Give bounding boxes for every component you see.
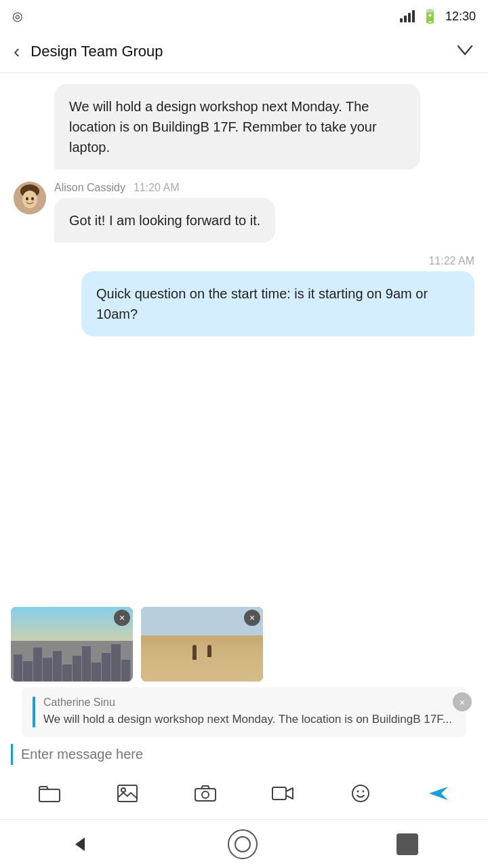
nav-back-button[interactable]: [70, 835, 89, 854]
svg-rect-6: [118, 785, 137, 802]
android-icon: ◎: [12, 9, 23, 24]
attachment-area: × ×: [0, 599, 488, 682]
message-bubble-sent: Quick question on the start time: is it …: [81, 271, 474, 336]
message-row: 11:22 AM Quick question on the start tim…: [14, 255, 474, 336]
header: ‹ Design Team Group: [0, 30, 488, 73]
attachment-thumb-city: ×: [11, 607, 133, 682]
message-row: We will hold a design workshop next Mond…: [14, 84, 474, 170]
chat-area: We will hold a design workshop next Mond…: [0, 73, 488, 599]
send-button[interactable]: [399, 776, 477, 811]
message-text: Quick question on the start time: is it …: [96, 286, 428, 321]
svg-point-12: [357, 791, 359, 793]
nav-bar: [0, 819, 488, 868]
back-button[interactable]: ‹: [14, 42, 20, 61]
message-text: We will hold a design workshop next Mond…: [69, 99, 377, 155]
folder-icon[interactable]: [11, 776, 89, 811]
svg-point-3: [26, 197, 28, 201]
svg-point-9: [202, 791, 209, 798]
reply-preview: Catherine Sinu We will hold a design wor…: [22, 687, 466, 737]
emoji-icon[interactable]: [322, 776, 400, 811]
svg-point-7: [121, 788, 125, 792]
camera-icon[interactable]: [166, 776, 244, 811]
svg-rect-5: [39, 789, 60, 802]
nav-home-button[interactable]: [228, 829, 258, 859]
message-row: Alison Cassidy 11:20 AM Got it! I am loo…: [14, 182, 474, 243]
message-bubble-received: Got it! I am looking forward to it.: [54, 198, 275, 243]
message-bubble-received: We will hold a design workshop next Mond…: [54, 84, 420, 170]
svg-rect-10: [272, 787, 286, 800]
reply-text: We will hold a design workshop next Mond…: [43, 711, 455, 728]
chevron-down-icon: [455, 43, 474, 57]
sender-name: Alison Cassidy: [54, 182, 125, 194]
attachment-thumb-beach: ×: [141, 607, 263, 682]
image-icon[interactable]: [89, 776, 167, 811]
nav-stop-button[interactable]: [396, 833, 418, 855]
svg-rect-8: [195, 789, 216, 801]
svg-marker-14: [75, 837, 85, 851]
reply-bar: [33, 696, 35, 728]
avatar-image: [14, 182, 46, 214]
svg-point-11: [352, 785, 369, 802]
reply-close-button[interactable]: ×: [453, 692, 472, 711]
signal-icon: [400, 10, 415, 22]
svg-point-4: [31, 197, 34, 201]
status-bar: ◎ 🔋 12:30: [0, 0, 488, 30]
message-time: 11:22 AM: [428, 255, 474, 267]
dropdown-button[interactable]: [455, 42, 474, 61]
message-time: 11:20 AM: [134, 182, 180, 194]
input-area: [0, 737, 488, 770]
battery-icon: 🔋: [422, 8, 439, 24]
status-time: 12:30: [445, 9, 476, 24]
svg-point-13: [363, 791, 365, 793]
message-input[interactable]: [11, 744, 477, 765]
toolbar: [0, 770, 488, 819]
reply-sender: Catherine Sinu: [43, 696, 455, 709]
page-title: Design Team Group: [30, 43, 455, 60]
video-icon[interactable]: [244, 776, 322, 811]
message-text: Got it! I am looking forward to it.: [69, 213, 260, 228]
avatar: [14, 182, 46, 214]
reply-content: Catherine Sinu We will hold a design wor…: [43, 696, 455, 728]
svg-point-2: [22, 191, 37, 208]
